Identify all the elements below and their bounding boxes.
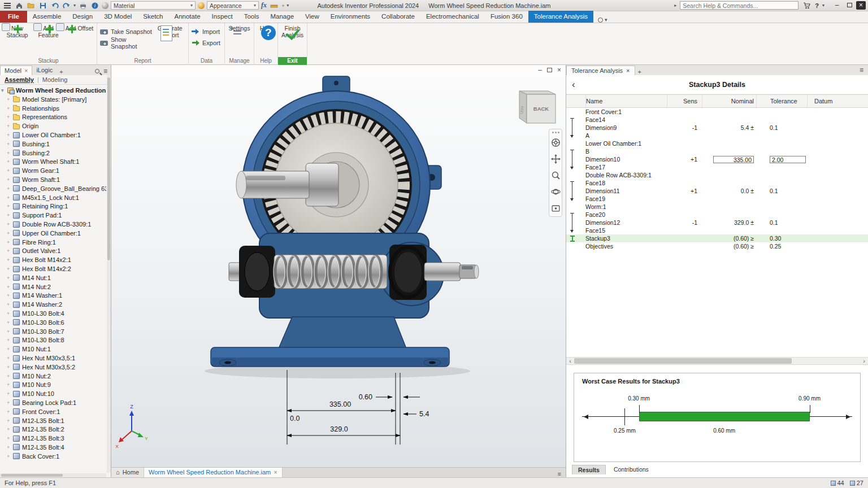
tree-item[interactable]: + Upper Oil Chamber:1 [1, 229, 106, 238]
redo-dropdown-icon[interactable]: ▾ [73, 3, 76, 8]
row-name[interactable]: B [585, 148, 667, 155]
panel-menu-icon[interactable]: ≡ [860, 66, 863, 74]
tree-item[interactable]: + M10-L30 Bolt:4 [1, 309, 106, 318]
tree-item[interactable]: + Hex Bolt M14x2:2 [1, 264, 106, 273]
expander-icon[interactable]: + [7, 186, 11, 191]
row-name[interactable]: Objectives [585, 243, 667, 250]
export-button[interactable]: Export [191, 38, 220, 47]
expander-icon[interactable]: + [7, 212, 11, 218]
ribbon-tab[interactable]: Electromechanical [420, 11, 485, 23]
tree-item[interactable]: + M10-L30 Bolt:8 [1, 336, 106, 345]
dim-label[interactable]: 0.0 [290, 415, 300, 422]
dim-label[interactable]: 5.4 [419, 410, 429, 418]
tree-item[interactable]: + M10-L30 Bolt:6 [1, 318, 106, 327]
expander-icon[interactable]: + [7, 203, 11, 209]
expander-icon[interactable]: + [7, 337, 11, 343]
expander-icon[interactable]: + [7, 382, 11, 387]
viewcube-front-label[interactable]: BACK [533, 106, 549, 112]
panel-horizontal-scrollbar[interactable]: ‹ › [566, 357, 868, 365]
expander-icon[interactable]: + [7, 400, 11, 406]
expander-icon[interactable]: ▾ [1, 88, 5, 93]
stackup-table-row[interactable]: Face20 [566, 211, 868, 219]
tree-item[interactable]: + M12-L35 Bolt:2 [1, 425, 106, 434]
tree-item[interactable]: + Origin [1, 121, 106, 130]
viewport[interactable]: – × [111, 65, 566, 477]
measure-icon[interactable] [269, 1, 279, 10]
tree-item[interactable]: + Worm Wheel Shaft:1 [1, 158, 106, 167]
expander-icon[interactable]: + [7, 275, 11, 281]
ribbon-tab[interactable]: View [300, 11, 325, 23]
open-folder-icon[interactable] [26, 1, 36, 10]
tree-item[interactable]: + Hex Nut M30x3,5:1 [1, 354, 106, 363]
row-nominal[interactable]: 329.0 ± [734, 219, 754, 226]
dim-label[interactable]: 0.60 [359, 393, 372, 401]
stackup-table-row[interactable]: Dimension12 -1 329.0 ± 0.1 [566, 219, 868, 226]
tree-item[interactable]: + M14 Nut:2 [1, 282, 106, 291]
expander-icon[interactable]: + [7, 320, 11, 325]
appearance-dropdown[interactable]: Appearance ▾ [207, 1, 259, 10]
ribbon-tab[interactable]: Design [67, 11, 98, 23]
add-panel-tab-button[interactable]: + [635, 68, 644, 75]
expander-icon[interactable]: + [7, 454, 11, 459]
zoom-icon[interactable] [551, 171, 561, 182]
settings-button[interactable]: Settings [227, 24, 251, 32]
stackup-table-row[interactable]: B [566, 147, 868, 155]
group-label-stackup[interactable]: Stackup [0, 57, 97, 65]
ribbon-tab[interactable]: Tolerance Analysis [528, 11, 593, 23]
expander-icon[interactable]: + [7, 435, 11, 441]
stackup-table-row[interactable]: Face19 [566, 195, 868, 203]
row-name[interactable]: Double Row ACB-3309:1 [585, 172, 667, 178]
expander-icon[interactable]: + [7, 159, 11, 164]
column-datum[interactable]: Datum [807, 95, 868, 107]
model-scene[interactable]: 0.60 335.00 5.4 0.0 329.0 BACK LEFT [111, 65, 566, 467]
tree-item[interactable]: + M12-L35 Bolt:4 [1, 443, 106, 452]
tree-item[interactable]: + M10 Nut:9 [1, 381, 106, 390]
column-sens[interactable]: Sens [667, 95, 702, 107]
ribbon-tab[interactable]: Environments [325, 11, 376, 23]
expander-icon[interactable]: + [7, 329, 11, 334]
expander-icon[interactable]: + [7, 114, 11, 120]
expander-icon[interactable]: + [7, 346, 11, 352]
tab-options[interactable]: ▾ [598, 17, 607, 23]
mode-modeling[interactable]: Modeling [42, 76, 68, 83]
dim-label[interactable]: 335.00 [329, 400, 351, 408]
row-name[interactable]: Face20 [585, 211, 667, 218]
parameters-fx-icon[interactable]: fx [261, 1, 267, 10]
row-name[interactable]: Worm:1 [585, 203, 667, 210]
column-tolerance[interactable]: Tolerance [756, 95, 807, 107]
expander-icon[interactable]: + [7, 106, 11, 111]
row-name[interactable]: Dimension9 [585, 124, 667, 131]
row-name[interactable]: Dimension10 [585, 156, 667, 163]
row-tolerance[interactable]: 0.30 [770, 235, 781, 242]
ribbon-tab[interactable]: File [0, 11, 27, 23]
orbit-icon[interactable] [551, 187, 561, 199]
scroll-right-icon[interactable]: › [860, 358, 868, 364]
expander-icon[interactable]: + [7, 177, 11, 182]
row-nominal[interactable]: 335.00 [713, 156, 754, 163]
add-offset-button[interactable]: Add Offset [64, 24, 94, 32]
stackup-table-row[interactable]: Face15 [566, 226, 868, 234]
tree-item[interactable]: + M12-L35 Bolt:1 [1, 416, 106, 425]
tree-item[interactable]: + M45x1.5_Lock Nut:1 [1, 193, 106, 202]
tree-item[interactable]: + M12-L35 Bolt:3 [1, 434, 106, 443]
tree-item[interactable]: + Representations [1, 113, 106, 122]
expander-icon[interactable]: + [7, 409, 11, 415]
row-tolerance[interactable]: 0.1 [770, 188, 778, 194]
row-name[interactable]: Stackup3 [585, 235, 667, 242]
view-cube[interactable]: BACK LEFT [519, 91, 555, 123]
stackup-table-row[interactable]: Face14 [566, 116, 868, 124]
expander-icon[interactable]: + [7, 426, 11, 432]
tree-item[interactable]: + M14 Washer:2 [1, 300, 106, 309]
expander-icon[interactable]: + [7, 150, 11, 156]
expander-icon[interactable]: + [7, 293, 11, 298]
expander-icon[interactable]: + [7, 373, 11, 379]
row-tolerance[interactable]: 0.25 [770, 243, 781, 250]
stackup-table-row[interactable]: Front Cover:1 [566, 108, 868, 116]
material-dropdown[interactable]: Material ▾ [111, 1, 196, 10]
expander-icon[interactable]: + [7, 132, 11, 138]
tree-item[interactable]: + M10 Nut:2 [1, 372, 106, 381]
expander-icon[interactable]: + [7, 355, 11, 361]
tree-item[interactable]: + Worm Shaft:1 [1, 175, 106, 184]
browser-vertical-scrollbar[interactable] [107, 75, 111, 473]
doc-minimize-icon[interactable]: – [538, 66, 542, 74]
